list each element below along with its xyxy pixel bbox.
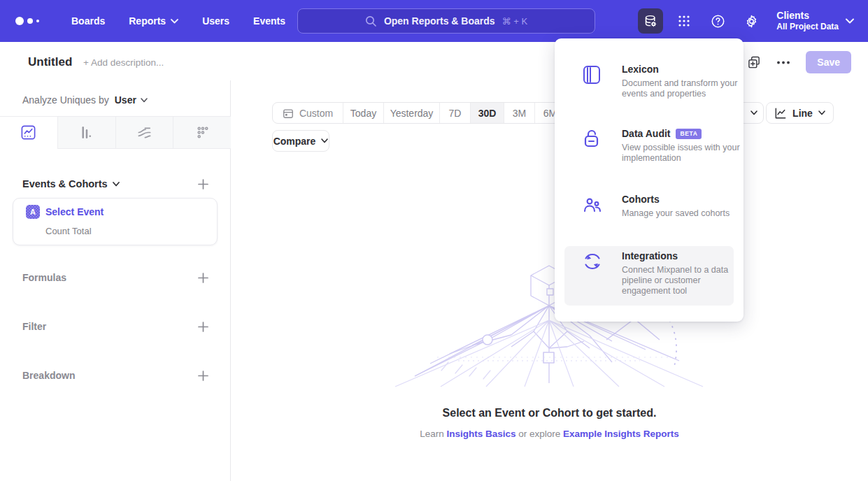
beta-badge: BETA <box>676 129 702 139</box>
scatter-chart-icon <box>194 124 211 141</box>
date-option-today[interactable]: Today <box>343 103 383 123</box>
menu-item-data-audit[interactable]: Data Audit BETA View possible issues wit… <box>564 124 734 184</box>
filter-label: Filter <box>22 321 46 332</box>
nav-item-events[interactable]: Events <box>253 15 285 27</box>
navbar-right: Clients All Project Data <box>638 0 868 42</box>
settings-gear-button[interactable] <box>739 8 764 34</box>
add-filter-button[interactable] <box>198 322 208 332</box>
count-total-dropdown[interactable]: Count Total <box>45 226 92 236</box>
chart-type-tabs <box>0 116 231 149</box>
empty-state-headline: Select an Event or Cohort to get started… <box>231 407 868 419</box>
menu-item-lexicon[interactable]: Lexicon Document and transform your even… <box>564 59 734 115</box>
date-option-custom[interactable]: Custom <box>273 103 343 123</box>
analyze-value-dropdown[interactable]: User <box>115 94 136 106</box>
formulas-row: Formulas <box>22 272 208 283</box>
more-menu-button[interactable] <box>776 61 790 64</box>
select-event-link[interactable]: Select Event <box>45 206 104 217</box>
search-placeholder: Open Reports & Boards <box>384 15 495 27</box>
help-icon <box>711 14 725 29</box>
search-icon <box>365 15 377 27</box>
nav-item-boards[interactable]: Boards <box>71 15 105 27</box>
chevron-down-icon <box>321 138 328 143</box>
app-window: Boards Reports Users Events Open Reports… <box>0 0 868 481</box>
formulas-label: Formulas <box>22 272 66 283</box>
empty-state-subline: Learn Insights Basics or explore Example… <box>231 429 868 439</box>
nav-item-reports[interactable]: Reports <box>129 15 178 27</box>
line-chart-icon <box>20 124 36 141</box>
date-option-7d[interactable]: 7D <box>439 103 470 123</box>
tab-scatter-chart[interactable] <box>173 117 231 149</box>
menu-item-cohorts[interactable]: Cohorts Manage your saved cohorts <box>564 189 734 234</box>
insights-basics-link[interactable]: Insights Basics <box>446 429 515 439</box>
chevron-down-icon <box>818 110 825 115</box>
query-sidebar: Analyze Uniques by User <box>0 80 231 481</box>
plus-icon <box>198 179 208 189</box>
report-title[interactable]: Untitled <box>28 55 72 69</box>
chevron-down-icon <box>846 18 854 24</box>
tab-line-chart[interactable] <box>0 117 57 149</box>
date-option-3m[interactable]: 3M <box>504 103 534 123</box>
flow-chart-icon <box>136 124 152 141</box>
breakdown-row: Breakdown <box>22 370 208 381</box>
project-name: All Project Data <box>776 22 839 32</box>
chevron-down-icon <box>171 19 178 24</box>
toolbar-actions: Save <box>748 51 851 73</box>
bar-chart-icon <box>78 124 94 141</box>
data-management-button[interactable] <box>638 8 663 34</box>
chart-type-dropdown[interactable]: Line <box>766 102 834 124</box>
org-name: Clients <box>776 10 839 22</box>
add-breakdown-button[interactable] <box>198 371 208 381</box>
calendar-icon <box>283 108 294 119</box>
nav-item-users[interactable]: Users <box>202 15 229 27</box>
breakdown-label: Breakdown <box>22 370 75 381</box>
date-option-30d[interactable]: 30D <box>470 103 504 123</box>
line-chart-icon <box>774 108 787 119</box>
plus-icon <box>198 273 208 283</box>
analyze-uniques-row: Analyze Uniques by User <box>22 94 148 106</box>
filter-row: Filter <box>22 321 208 332</box>
data-management-dropdown: Lexicon Document and transform your even… <box>555 38 744 322</box>
analyze-label: Analyze Uniques by <box>22 94 109 106</box>
events-cohorts-header: Events & Cohorts <box>22 178 208 189</box>
add-event-button[interactable] <box>198 179 208 189</box>
duplicate-button[interactable] <box>748 56 761 69</box>
integrations-icon <box>583 252 602 274</box>
top-navbar: Boards Reports Users Events Open Reports… <box>0 0 868 42</box>
events-cohorts-label: Events & Cohorts <box>22 178 108 189</box>
event-card[interactable]: A Select Event Count Total <box>13 198 218 245</box>
global-search[interactable]: Open Reports & Boards ⌘ + K <box>297 8 595 34</box>
example-insights-reports-link[interactable]: Example Insights Reports <box>563 429 679 439</box>
menu-item-integrations[interactable]: Integrations Connect Mixpanel to a data … <box>564 246 734 306</box>
save-button[interactable]: Save <box>806 51 851 73</box>
tab-flow-chart[interactable] <box>115 117 173 149</box>
add-description-field[interactable]: + Add description... <box>83 57 164 68</box>
chevron-down-icon[interactable] <box>113 182 120 187</box>
apps-grid-button[interactable] <box>671 8 697 34</box>
cohorts-icon <box>583 195 602 217</box>
date-range-segmented-control: Custom Today Yesterday 7D 30D 3M 6M <box>272 102 566 124</box>
date-option-yesterday[interactable]: Yesterday <box>383 103 439 123</box>
database-gear-icon <box>643 14 658 29</box>
chevron-down-icon[interactable] <box>141 98 148 103</box>
help-button[interactable] <box>705 8 730 34</box>
apps-grid-icon <box>677 14 691 28</box>
data-audit-icon <box>583 129 601 153</box>
settings-gear-icon <box>744 14 759 29</box>
search-shortcut: ⌘ + K <box>502 16 528 27</box>
mixpanel-logo[interactable] <box>15 17 48 25</box>
tab-bar-chart[interactable] <box>57 117 115 149</box>
lexicon-icon <box>583 65 601 87</box>
more-dots-icon <box>776 61 790 64</box>
add-formula-button[interactable] <box>198 273 208 283</box>
compare-button[interactable]: Compare <box>272 130 329 152</box>
event-letter-badge: A <box>26 205 40 219</box>
chevron-down-icon <box>750 110 757 115</box>
project-selector[interactable]: Clients All Project Data <box>776 10 854 32</box>
duplicate-icon <box>748 56 761 69</box>
plus-icon <box>198 371 208 381</box>
plus-icon <box>198 322 208 332</box>
